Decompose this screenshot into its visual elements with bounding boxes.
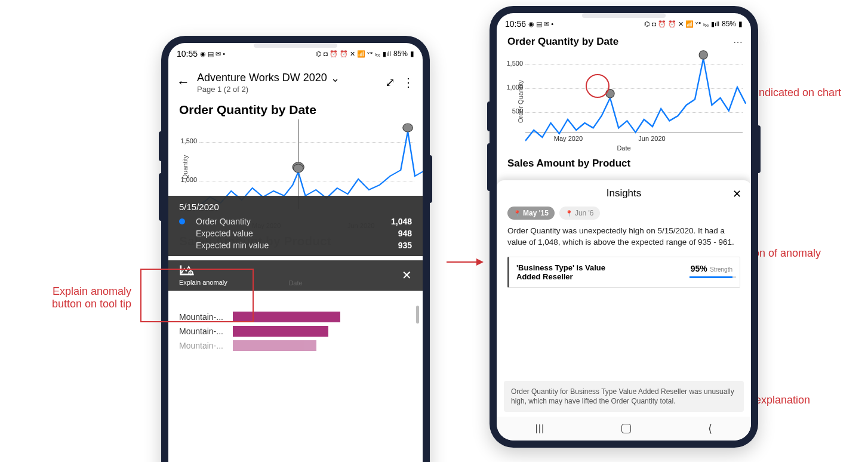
bar-label: Mountain-...	[179, 312, 233, 322]
insights-card-strength-label: Strength	[710, 266, 732, 273]
status-icon-vpn: ⌬ ◘ ⏰ ⏰ ✕ 📶 ᵛᵒ ₗₜₑ ▮ıll	[316, 50, 391, 58]
bar-label: Mountain-...	[179, 327, 233, 336]
tooltip-label: Expected min value	[196, 241, 398, 250]
explain-anomaly-icon	[179, 264, 195, 278]
nav-recents[interactable]: |||	[535, 423, 544, 434]
bar	[233, 326, 328, 337]
y-tick: 1,000	[505, 84, 523, 91]
status-time: 10:55	[177, 49, 198, 58]
nav-home[interactable]	[621, 424, 631, 433]
phone-left: 10:55 ◉ ▤ ✉ • ⌬ ◘ ⏰ ⏰ ✕ 📶 ᵛᵒ ₗₜₑ ▮ıll 85…	[161, 36, 430, 462]
android-nav-bar: ||| ⟨	[497, 417, 751, 441]
app-header: ← Adventure Works DW 2020 ⌄ Page 1 (2 of…	[168, 64, 423, 100]
back-button[interactable]: ←	[177, 75, 190, 90]
tooltip-label: Order Quantity	[196, 217, 391, 226]
tooltip-value: 935	[398, 241, 412, 250]
bar-row: Mountain-...	[179, 340, 412, 351]
bar	[233, 340, 316, 351]
line-chart[interactable]: Order Quantity 1,500 1,000 500 May 2020 …	[497, 48, 751, 155]
chart-more-icon[interactable]: ⋯	[733, 36, 743, 48]
status-battery: 85%	[722, 20, 736, 28]
battery-icon: ▮	[738, 20, 743, 28]
svg-point-4	[190, 272, 191, 273]
insights-card-title: 'Business Type' is Value Added Reseller	[516, 263, 618, 281]
page-title[interactable]: Adventure Works DW 2020 ⌄	[197, 72, 378, 85]
status-time: 10:56	[505, 19, 526, 29]
insights-card-percent: 95%	[691, 264, 707, 273]
bar-label: Mountain-...	[179, 341, 233, 350]
second-chart-title: Sales Amount by Product	[497, 154, 751, 170]
phone-right-screen: 10:56 ◉ ▤ ✉ • ⌬ ◘ ⏰ ⏰ ✕ 📶 ᵛᵒ ₗₜₑ ▮ıll 85…	[497, 13, 751, 441]
y-tick: 1,500	[179, 137, 197, 144]
status-icon-apps: ◉ ▤ ✉ •	[200, 50, 225, 58]
phone-left-screen: 10:55 ◉ ▤ ✉ • ⌬ ◘ ⏰ ⏰ ✕ 📶 ᵛᵒ ₗₜₑ ▮ıll 85…	[168, 43, 423, 462]
svg-point-2	[403, 124, 413, 132]
tooltip: 5/15/2020 Order Quantity 1,048 Expected …	[168, 196, 423, 256]
svg-point-1	[293, 164, 303, 173]
chart-title: Order Quantity by Date	[168, 100, 423, 119]
insights-title: Insights	[607, 187, 642, 199]
insights-chips: 📍 May '15 📍 Jun '6	[497, 207, 751, 226]
nav-back[interactable]: ⟨	[708, 422, 712, 435]
y-tick: 1,000	[179, 176, 197, 183]
y-tick: 1,500	[505, 60, 523, 67]
tooltip-label: Expected value	[196, 229, 398, 238]
annotation-explain-anomaly: Explain anomaly button on tool tip	[6, 285, 131, 310]
tooltip-date: 5/15/2020	[179, 202, 412, 212]
battery-icon: ▮	[410, 50, 414, 58]
insights-close-button[interactable]: ✕	[732, 187, 741, 201]
bar-row: Mountain-...	[179, 326, 412, 337]
scroll-indicator	[416, 306, 419, 324]
x-axis-label: Date	[168, 279, 423, 287]
expand-icon[interactable]: ⤢	[385, 75, 395, 90]
phone-right: 10:56 ◉ ▤ ✉ • ⌬ ◘ ⏰ ⏰ ✕ 📶 ᵛᵒ ₗₜₑ ▮ıll 85…	[490, 6, 758, 448]
tooltip-value: 1,048	[391, 217, 412, 226]
insights-card[interactable]: 'Business Type' is Value Added Reseller …	[507, 257, 740, 288]
status-icon-vpn: ⌬ ◘ ⏰ ⏰ ✕ 📶 ᵛᵒ ₗₜₑ ▮ıll	[644, 20, 719, 28]
chip-jun-6[interactable]: 📍 Jun '6	[559, 207, 600, 220]
arrow-between-phones	[447, 261, 482, 263]
series-color-dot	[179, 218, 185, 224]
status-battery: 85%	[393, 50, 408, 58]
insights-footer: Order Quantity for Business Type Value A…	[504, 381, 744, 412]
insights-panel: Insights ✕ 📍 May '15 📍 Jun '6 Order Quan…	[497, 180, 751, 417]
more-icon[interactable]: ⋮	[402, 75, 414, 90]
strength-bar	[690, 276, 732, 278]
bar-row: Mountain-...	[179, 312, 412, 322]
bar	[233, 312, 340, 322]
chevron-down-icon: ⌄	[331, 72, 340, 85]
pin-icon: 📍	[565, 210, 572, 217]
svg-point-5	[606, 90, 614, 98]
status-icon-apps: ◉ ▤ ✉ •	[528, 20, 553, 28]
bar-chart[interactable]: Mountain-... Mountain-... Mountain-...	[168, 306, 423, 351]
y-tick: 500	[505, 107, 523, 115]
chart-title: Order Quantity by Date	[507, 36, 618, 48]
tooltip-value: 948	[398, 229, 412, 238]
insights-description: Order Quantity was unexpectedly high on …	[497, 226, 751, 248]
pin-icon: 📍	[513, 210, 521, 217]
page-subtitle: Page 1 (2 of 2)	[197, 85, 378, 94]
svg-point-6	[699, 51, 707, 59]
chip-may-15[interactable]: 📍 May '15	[507, 207, 555, 220]
